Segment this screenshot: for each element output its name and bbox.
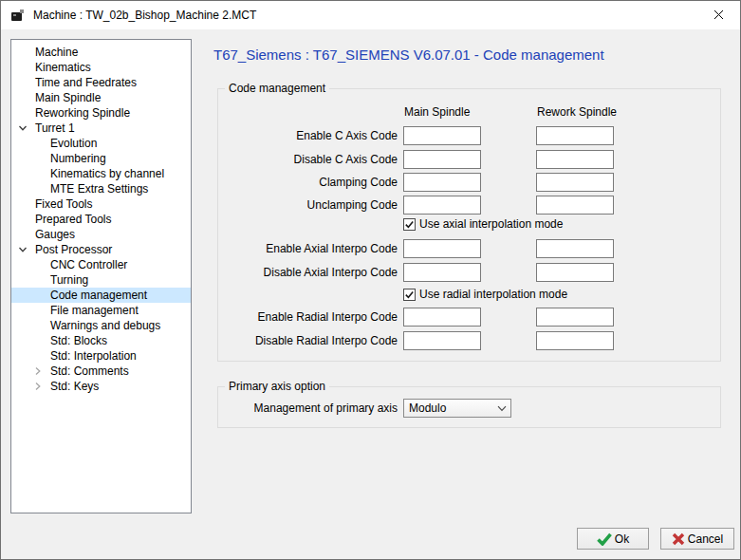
column-header-rework-spindle: Rework Spindle: [537, 104, 617, 120]
sidebar-item-time-and-feedrates[interactable]: Time and Feedrates: [11, 75, 191, 90]
management-of-primary-axis-label: Management of primary axis: [218, 399, 398, 418]
disable-radial-interpo-code-rework-input[interactable]: [536, 331, 614, 350]
sidebar-item-prepared-tools[interactable]: Prepared Tools: [11, 212, 191, 227]
sidebar-item-reworking-spindle[interactable]: Reworking Spindle: [11, 105, 191, 121]
sidebar-item-evolution[interactable]: Evolution: [11, 136, 191, 151]
sidebar-item-turning[interactable]: Turning: [11, 272, 191, 288]
unclamping-code-rework-input[interactable]: [536, 196, 614, 215]
sidebar-item-numbering[interactable]: Numbering: [11, 151, 191, 166]
enable-radial-interpo-code-label: Enable Radial Interpo Code: [218, 308, 398, 327]
enable-radial-interpo-code-main-input[interactable]: [403, 308, 481, 327]
sidebar-item-kinematics-by-channel[interactable]: Kinematics by channel: [11, 166, 191, 181]
sidebar-item-cnc-controller[interactable]: CNC Controller: [11, 257, 191, 272]
group-title: Primary axis option: [225, 380, 329, 393]
enable-c-axis-code-label: Enable C Axis Code: [218, 126, 398, 145]
enable-axial-interpo-code-main-input[interactable]: [403, 239, 481, 258]
enable-c-axis-code-main-input[interactable]: [403, 126, 481, 145]
enable-axial-interpo-code-label: Enable Axial Interpo Code: [218, 239, 398, 258]
sidebar-item-std-interpolation[interactable]: Std: Interpolation: [11, 348, 191, 364]
enable-radial-interpo-code-rework-input[interactable]: [536, 308, 614, 327]
sidebar-item-file-management[interactable]: File management: [11, 303, 191, 318]
disable-axial-interpo-code-label: Disable Axial Interpo Code: [218, 263, 398, 282]
sidebar-item-machine[interactable]: Machine: [11, 45, 191, 60]
chevron-right-icon[interactable]: [33, 379, 50, 394]
cross-icon: [672, 532, 685, 546]
sidebar-item-post-processor[interactable]: Post Processor: [11, 242, 191, 257]
sidebar-item-mte-extra-settings[interactable]: MTE Extra Settings: [11, 181, 191, 196]
disable-c-axis-code-rework-input[interactable]: [536, 150, 614, 169]
close-button[interactable]: [697, 1, 740, 28]
checkbox-checked-icon: [403, 218, 416, 231]
clamping-code-rework-input[interactable]: [536, 173, 614, 192]
sidebar-item-code-management[interactable]: Code management: [11, 288, 191, 303]
check-icon: [597, 532, 612, 546]
chevron-right-icon[interactable]: [33, 364, 50, 379]
clamping-code-main-input[interactable]: [403, 173, 481, 192]
settings-tree: Machine Kinematics Time and Feedrates Ma…: [10, 39, 192, 513]
chevron-down-icon[interactable]: [18, 242, 35, 257]
chevron-down-icon: [493, 405, 510, 412]
unclamping-code-main-input[interactable]: [403, 196, 481, 215]
selected-option: Modulo: [404, 401, 493, 415]
ok-button[interactable]: Ok: [577, 528, 649, 550]
column-header-main-spindle: Main Spindle: [404, 104, 470, 120]
sidebar-item-gauges[interactable]: Gauges: [11, 227, 191, 242]
chevron-down-icon[interactable]: [18, 121, 35, 136]
sidebar-item-kinematics[interactable]: Kinematics: [11, 60, 191, 75]
sidebar-item-std-keys[interactable]: Std: Keys: [11, 379, 191, 394]
disable-axial-interpo-code-rework-input[interactable]: [536, 263, 614, 282]
group-title: Code management: [225, 82, 329, 95]
enable-c-axis-code-rework-input[interactable]: [536, 126, 614, 145]
sidebar-item-turret-1[interactable]: Turret 1: [11, 121, 191, 136]
titlebar: Machine : TW_02b_Bishop_Machine 2.MCT: [1, 1, 740, 29]
machine-settings-dialog: Machine : TW_02b_Bishop_Machine 2.MCT Ma…: [0, 0, 741, 560]
disable-c-axis-code-main-input[interactable]: [403, 150, 481, 169]
unclamping-code-label: Unclamping Code: [218, 196, 398, 215]
radial-interpolation-checkbox[interactable]: Use radial interpolation mode: [403, 288, 567, 301]
checkbox-checked-icon: [403, 289, 416, 301]
close-icon: [713, 9, 724, 20]
sidebar-item-fixed-tools[interactable]: Fixed Tools: [11, 196, 191, 212]
sidebar-item-warnings-and-debugs[interactable]: Warnings and debugs: [11, 318, 191, 333]
machine-icon: [9, 8, 26, 24]
primary-axis-option-group: Primary axis option Management of primar…: [217, 386, 721, 428]
sidebar-item-std-comments[interactable]: Std: Comments: [11, 364, 191, 379]
disable-radial-interpo-code-main-input[interactable]: [403, 331, 481, 350]
primary-axis-select[interactable]: Modulo: [403, 399, 511, 418]
code-management-group: Code management Main Spindle Rework Spin…: [217, 88, 721, 362]
enable-axial-interpo-code-rework-input[interactable]: [536, 239, 614, 258]
cancel-button[interactable]: Cancel: [660, 528, 734, 550]
disable-radial-interpo-code-label: Disable Radial Interpo Code: [218, 331, 398, 350]
sidebar-item-main-spindle[interactable]: Main Spindle: [11, 90, 191, 105]
disable-axial-interpo-code-main-input[interactable]: [403, 263, 481, 282]
page-title: T67_Siemens : T67_SIEMENS V6.07.01 - Cod…: [213, 47, 604, 63]
window-title: Machine : TW_02b_Bishop_Machine 2.MCT: [33, 9, 256, 22]
disable-c-axis-code-label: Disable C Axis Code: [218, 150, 398, 169]
clamping-code-label: Clamping Code: [218, 173, 398, 192]
sidebar-item-std-blocks[interactable]: Std: Blocks: [11, 333, 191, 348]
axial-interpolation-checkbox[interactable]: Use axial interpolation mode: [403, 217, 563, 231]
